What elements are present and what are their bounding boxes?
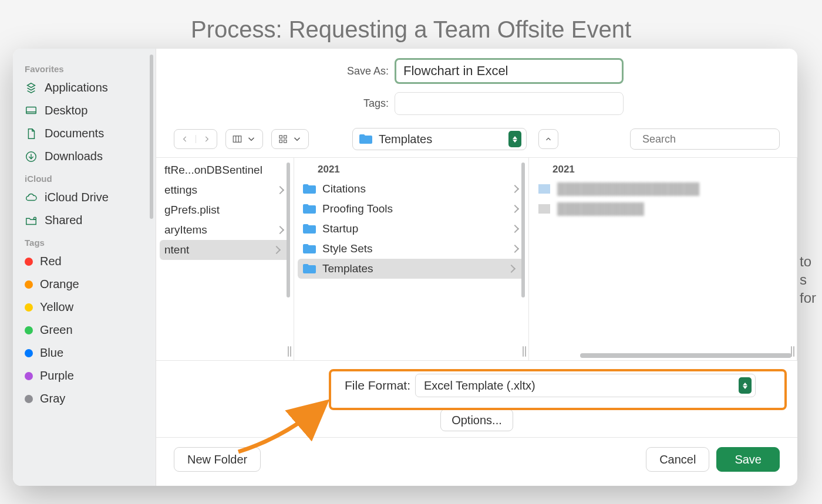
svg-rect-5: [284, 136, 287, 138]
sidebar-item-label: Blue: [40, 346, 63, 360]
svg-rect-0: [26, 107, 36, 113]
chevron-left-icon: [181, 135, 189, 143]
tag-dot-icon: [25, 280, 33, 289]
main-panel: Save As: Tags:: [156, 49, 797, 486]
search-field[interactable]: [630, 128, 780, 150]
sidebar-item-label: iCloud Drive: [45, 191, 109, 204]
sidebar-tag-red[interactable]: Red: [13, 250, 156, 273]
back-button[interactable]: [174, 135, 196, 143]
svg-point-2: [33, 217, 36, 219]
list-item[interactable]: Startup: [294, 219, 528, 239]
sidebar-item-label: Orange: [40, 278, 79, 291]
sidebar-section-tags: Tags: [13, 232, 156, 250]
view-columns-button[interactable]: [225, 129, 263, 149]
collapse-button[interactable]: [538, 129, 558, 149]
forward-button[interactable]: [196, 135, 217, 143]
folder-icon: [359, 133, 373, 145]
sidebar-tag-green[interactable]: Green: [13, 319, 156, 341]
file-format-area: File Format: Excel Template (.xltx) Opti…: [156, 361, 797, 437]
list-item[interactable]: ftRe...onDBSentinel: [156, 160, 294, 180]
tag-dot-icon: [25, 349, 33, 357]
background-text: to s for: [800, 252, 816, 307]
background-title: Process: Requesting a Team Offsite Event: [0, 16, 822, 43]
sidebar-tag-blue[interactable]: Blue: [13, 341, 156, 364]
columns-icon: [232, 134, 242, 144]
list-item[interactable]: ntent: [160, 240, 290, 260]
tags-input[interactable]: [395, 92, 624, 115]
cancel-button[interactable]: Cancel: [646, 447, 709, 472]
save-button[interactable]: Save: [716, 447, 780, 472]
folder-icon: [302, 223, 316, 235]
search-input[interactable]: [642, 133, 779, 146]
sidebar-item-applications[interactable]: Applications: [13, 76, 156, 99]
file-format-label: File Format:: [345, 378, 410, 393]
sidebar: Favorites Applications Desktop Documents…: [13, 49, 156, 486]
list-item[interactable]: aryItems: [156, 220, 294, 240]
file-icon: [537, 183, 551, 195]
sidebar-item-documents[interactable]: Documents: [13, 122, 156, 145]
save-as-input[interactable]: [395, 58, 624, 84]
sidebar-section-icloud: iCloud: [13, 168, 156, 186]
file-format-value: Excel Template (.xltx): [424, 379, 535, 393]
file-format-select[interactable]: Excel Template (.xltx): [415, 374, 756, 397]
shared-folder-icon: [25, 214, 38, 227]
sidebar-item-label: Downloads: [45, 150, 103, 163]
options-button[interactable]: Options...: [440, 409, 513, 431]
chevron-up-icon: [544, 135, 553, 143]
list-item[interactable]: Templates: [298, 259, 525, 279]
chevron-right-icon: [203, 135, 211, 143]
svg-rect-4: [279, 136, 282, 138]
list-item[interactable]: ██████████████████: [529, 179, 797, 199]
location-select[interactable]: Templates: [352, 128, 527, 150]
column-resize-handle[interactable]: [288, 346, 292, 357]
column-header: 2021: [294, 160, 528, 179]
tag-dot-icon: [25, 395, 33, 403]
sidebar-item-icloud-drive[interactable]: iCloud Drive: [13, 186, 156, 209]
sidebar-item-label: Applications: [45, 81, 108, 94]
sidebar-item-desktop[interactable]: Desktop: [13, 99, 156, 122]
horizontal-scrollbar[interactable]: [321, 353, 791, 358]
stepper-icon: [739, 377, 752, 394]
sidebar-item-label: Yellow: [40, 300, 73, 314]
tag-dot-icon: [25, 326, 33, 334]
list-item[interactable]: Proofing Tools: [294, 199, 528, 219]
sidebar-item-label: Desktop: [45, 104, 87, 117]
folder-icon: [302, 203, 316, 215]
sidebar-tag-purple[interactable]: Purple: [13, 364, 156, 387]
sidebar-item-label: Gray: [40, 392, 65, 405]
sidebar-item-label: Purple: [40, 369, 74, 383]
save-as-label: Save As:: [330, 65, 389, 77]
svg-rect-9: [538, 184, 550, 194]
column-resize-handle[interactable]: [791, 346, 796, 357]
tag-dot-icon: [25, 372, 33, 380]
sidebar-tag-yellow[interactable]: Yellow: [13, 296, 156, 319]
new-folder-button[interactable]: New Folder: [174, 447, 261, 472]
sidebar-item-label: Green: [40, 323, 73, 337]
sidebar-tag-gray[interactable]: Gray: [13, 387, 156, 410]
tag-dot-icon: [25, 303, 33, 312]
svg-rect-3: [233, 136, 241, 143]
tags-label: Tags:: [330, 97, 389, 110]
sidebar-item-downloads[interactable]: Downloads: [13, 145, 156, 168]
sidebar-section-favorites: Favorites: [13, 58, 156, 76]
nav-buttons: [174, 129, 217, 149]
file-icon: [537, 203, 551, 215]
tag-dot-icon: [25, 258, 33, 266]
toolbar: Templates: [156, 126, 797, 158]
save-dialog: Favorites Applications Desktop Documents…: [13, 49, 797, 486]
list-item[interactable]: Style Sets: [294, 239, 528, 259]
sidebar-item-label: Shared: [45, 214, 83, 227]
sidebar-item-label: Red: [40, 255, 62, 268]
list-item[interactable]: ettings: [156, 180, 294, 200]
list-item[interactable]: Citations: [294, 179, 528, 199]
column-2: 2021 Citations Proofing Tools Startup St…: [294, 158, 529, 360]
svg-rect-6: [279, 140, 282, 143]
sidebar-item-shared[interactable]: Shared: [13, 209, 156, 232]
list-item[interactable]: gPrefs.plist: [156, 200, 294, 220]
list-item[interactable]: ███████████: [529, 199, 797, 219]
sidebar-tag-orange[interactable]: Orange: [13, 273, 156, 296]
desktop-icon: [25, 104, 38, 117]
dialog-footer: New Folder Cancel Save: [156, 437, 797, 486]
view-grid-button[interactable]: [271, 129, 309, 149]
cloud-icon: [25, 191, 38, 204]
